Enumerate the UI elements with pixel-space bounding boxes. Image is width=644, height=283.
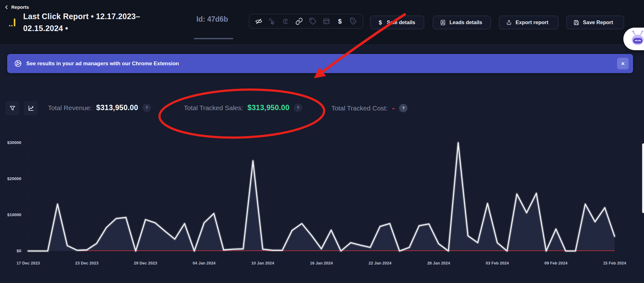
breadcrumb[interactable]: Reports [4,4,29,10]
refund-dollar-icon[interactable]: $ [282,17,290,25]
y-tick-label: $20000 [2,176,21,181]
export-report-button[interactable]: Export report [499,16,558,29]
leads-details-label: Leads details [449,19,482,25]
total-tracked-cost-stat: Total Tracked Cost: - ? [331,104,408,113]
filter-funnel-icon [9,105,16,112]
breadcrumb-label: Reports [11,4,29,10]
x-tick-label: 04 Jan 2024 [193,261,216,265]
save-icon [573,19,579,26]
price-tag-icon[interactable]: $ [349,17,357,25]
banner-close-button[interactable]: × [617,58,629,69]
x-tick-label: 10 Jan 2024 [251,261,274,265]
x-tick-label: 09 Feb 2024 [544,261,568,265]
revenue-chart[interactable] [28,133,615,254]
mini-bar-chart-icon [9,18,16,28]
x-tick-label: 23 Dec 2023 [75,261,98,265]
highlight-ellipse [159,87,325,140]
total-revenue-value: $313,950.00 [96,104,138,112]
card-icon[interactable] [322,17,330,25]
total-tracked-cost-value: - [392,104,395,113]
revenue-help-icon[interactable]: ? [143,104,151,112]
cursor-click-icon[interactable] [268,17,276,25]
filter-button[interactable] [5,101,19,115]
robot-assistant-icon [630,30,644,49]
back-chevron-icon [4,5,9,10]
tracked-sales-help-icon[interactable]: ? [294,104,302,112]
x-tick-label: 17 Dec 2023 [17,261,40,265]
person-badge-icon [440,19,446,26]
y-tick-label: $0 [2,248,21,253]
chart-view-button[interactable] [24,101,38,115]
save-report-label: Save Report [583,19,613,25]
tag-icon[interactable] [309,17,317,25]
sale-details-button[interactable]: $ Sale details [370,16,424,29]
svg-text:$: $ [285,19,287,23]
sale-details-label: Sale details [387,19,415,25]
total-revenue-stat: Total Revenue: $313,950.00 ? [48,104,151,112]
export-report-label: Export report [516,19,548,25]
save-report-button[interactable]: Save Report [566,16,624,29]
export-icon [506,19,512,26]
x-tick-label: 22 Jan 2024 [369,261,392,265]
banner-text: See results in your ad managers with our… [26,61,179,67]
chrome-icon [14,60,22,67]
id-underline [194,38,233,39]
y-tick-label: $10000 [2,212,21,217]
tracked-cost-help-icon[interactable]: ? [399,104,408,112]
line-chart-icon [28,105,34,112]
total-tracked-sales-value: $313,950.00 [247,104,289,112]
assistant-chat-button[interactable] [623,28,644,50]
x-tick-label: 29 Dec 2023 [134,261,157,265]
total-revenue-label: Total Revenue: [48,104,92,112]
total-tracked-sales-label: Total Tracked Sales: [184,104,243,112]
visibility-icon[interactable] [255,17,263,25]
svg-text:$: $ [353,20,355,23]
link-icon[interactable] [295,17,303,25]
leads-details-button[interactable]: Leads details [433,16,491,29]
x-tick-label: 15 Feb 2024 [603,261,626,265]
report-page: Reports Last Click Report • 12.17.2023–0… [0,0,644,283]
x-tick-label: 28 Jan 2024 [427,261,450,265]
svg-text:$: $ [338,18,342,25]
attribution-toolbar: $ $ [249,14,363,29]
report-id: Id: 47d6b [196,15,228,24]
total-tracked-cost-label: Total Tracked Cost: [331,104,388,112]
dollar-icon: $ [377,19,383,26]
page-title: Last Click Report • 12.17.2023–02.15.202… [23,11,155,34]
edge-panel-handle[interactable] [642,143,644,213]
dollar-icon[interactable]: $ [336,17,344,25]
x-tick-label: 16 Jan 2024 [310,261,333,265]
y-tick-label: $30000 [2,140,21,145]
svg-text:$: $ [379,19,382,26]
total-tracked-sales-stat: Total Tracked Sales: $313,950.00 ? [184,104,302,112]
chrome-extension-banner: See results in your ad managers with our… [7,54,633,73]
x-tick-label: 03 Feb 2024 [486,261,509,265]
close-icon: × [621,60,625,67]
